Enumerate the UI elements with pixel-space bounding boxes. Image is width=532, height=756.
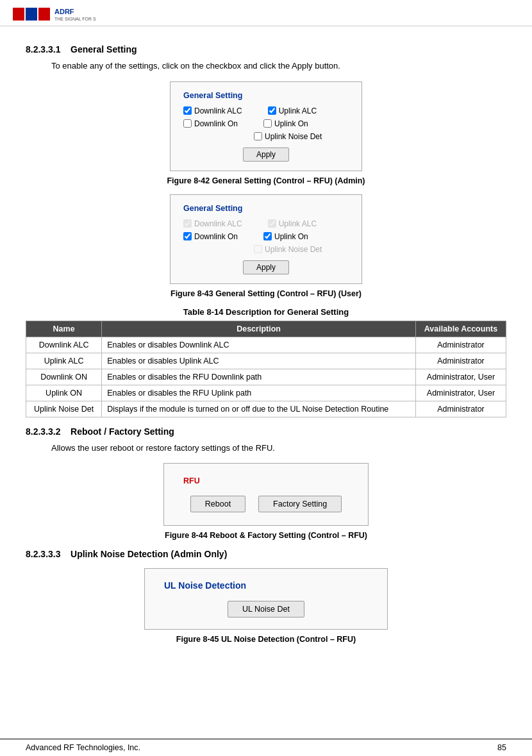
downlink-alc-user-label: Downlink ALC [194, 219, 242, 228]
section-8233-title: Uplink Noise Detection (Admin Only) [71, 549, 227, 559]
uplink-alc-user-checkbox [268, 219, 276, 228]
uplink-noise-det-user: Uplink Noise Det [254, 245, 322, 254]
description-table: Name Description Available Accounts Down… [26, 321, 506, 417]
uplink-alc-admin-label: Uplink ALC [279, 106, 317, 115]
uplink-on-admin-label: Uplink On [274, 119, 308, 128]
svg-rect-1 [26, 8, 37, 21]
adrf-logo: ADRF THE SIGNAL FOR SUCCESS [13, 5, 96, 23]
row3-desc: Enables or disables the RFU Downlink pat… [102, 369, 416, 385]
downlink-on-user-label: Downlink On [194, 232, 238, 241]
downlink-alc-admin-label: Downlink ALC [194, 106, 242, 115]
section-8233-number: 8.2.3.3.3 [26, 549, 61, 559]
rfu-buttons-row: Reboot Factory Setting [183, 496, 349, 512]
downlink-alc-user-checkbox [183, 219, 192, 228]
downlink-on-admin[interactable]: Downlink On [183, 119, 238, 128]
uplink-alc-user-label: Uplink ALC [279, 219, 317, 228]
uplink-alc-user: Uplink ALC [268, 219, 317, 228]
downlink-alc-admin[interactable]: Downlink ALC [183, 106, 242, 115]
ul-noise-det-button[interactable]: UL Noise Det [228, 601, 304, 617]
row3-name: Downlink ON [26, 369, 102, 385]
section-8233-heading: 8.2.3.3.3 Uplink Noise Detection (Admin … [26, 549, 506, 559]
table-row: Uplink Noise Det Displays if the module … [26, 401, 506, 417]
table-row: Downlink ALC Enables or disables Downlin… [26, 337, 506, 353]
section-8231-number: 8.2.3.3.1 [26, 44, 61, 55]
col-desc-header: Description [102, 321, 416, 337]
figure-45-caption: Figure 8-45 UL Noise Detection (Control … [176, 635, 356, 644]
table-row: Uplink ON Enables or disables the RFU Up… [26, 385, 506, 401]
section-8232-heading: 8.2.3.3.2 Reboot / Factory Setting [26, 426, 506, 437]
row2-desc: Enables or disables Uplink ALC [102, 353, 416, 369]
row5-accounts: Administrator [415, 401, 506, 417]
ul-noise-detection-box: UL Noise Detection UL Noise Det [144, 568, 388, 630]
uplink-on-user[interactable]: Uplink On [263, 232, 308, 241]
user-row3: Uplink Noise Det [183, 245, 349, 254]
section-8231-desc: To enable any of the settings, click on … [51, 60, 506, 72]
section-8231-heading: 8.2.3.3.1 General Setting [26, 44, 506, 55]
downlink-on-admin-label: Downlink On [194, 119, 238, 128]
figure-44-container: RFU Reboot Factory Setting Figure 8-44 R… [26, 463, 506, 540]
general-setting-admin-box: General Setting Downlink ALC Uplink ALC … [170, 81, 362, 171]
section-8232-desc: Allows the user reboot or restore factor… [51, 442, 506, 455]
row1-accounts: Administrator [415, 337, 506, 353]
admin-row2: Downlink On Uplink On [183, 119, 349, 128]
uplink-noise-det-admin-label: Uplink Noise Det [265, 132, 322, 141]
downlink-alc-user: Downlink ALC [183, 219, 242, 228]
uplink-on-admin-checkbox[interactable] [263, 119, 272, 128]
figure-45-container: UL Noise Detection UL Noise Det Figure 8… [26, 568, 506, 644]
section-8231-title: General Setting [71, 44, 137, 55]
svg-rect-2 [38, 8, 50, 21]
uplink-noise-det-admin[interactable]: Uplink Noise Det [254, 132, 322, 141]
user-row1: Downlink ALC Uplink ALC [183, 219, 349, 228]
general-setting-user-title: General Setting [183, 204, 349, 213]
rfu-box: RFU Reboot Factory Setting [163, 463, 369, 526]
footer: Advanced RF Technologies, Inc. 85 [0, 739, 532, 756]
downlink-alc-admin-checkbox[interactable] [183, 106, 192, 115]
reboot-button[interactable]: Reboot [190, 496, 245, 512]
figure-42-caption: Figure 8-42 General Setting (Control – R… [167, 176, 365, 185]
table-row: Downlink ON Enables or disables the RFU … [26, 369, 506, 385]
row2-name: Uplink ALC [26, 353, 102, 369]
svg-text:THE SIGNAL FOR SUCCESS: THE SIGNAL FOR SUCCESS [54, 17, 96, 21]
admin-row3: Uplink Noise Det [183, 132, 349, 141]
col-name-header: Name [26, 321, 102, 337]
main-content: 8.2.3.3.1 General Setting To enable any … [0, 26, 532, 672]
user-apply-button[interactable]: Apply [243, 260, 289, 274]
ul-noise-detection-title: UL Noise Detection [164, 580, 368, 591]
uplink-on-user-checkbox[interactable] [263, 232, 272, 240]
figure-43-caption: Figure 8-43 General Setting (Control – R… [170, 289, 362, 298]
row4-desc: Enables or disables the RFU Uplink path [102, 385, 416, 401]
factory-setting-button[interactable]: Factory Setting [258, 496, 342, 512]
svg-rect-0 [13, 8, 24, 21]
table-8-14-caption: Table 8-14 Description for General Setti… [26, 307, 506, 317]
general-setting-user-box: General Setting Downlink ALC Uplink ALC … [170, 194, 362, 284]
uplink-noise-det-admin-checkbox[interactable] [254, 132, 262, 140]
col-accounts-header: Available Accounts [415, 321, 506, 337]
row1-name: Downlink ALC [26, 337, 102, 353]
general-setting-admin-title: General Setting [183, 91, 349, 100]
table-header-row: Name Description Available Accounts [26, 321, 506, 337]
figure-42-container: General Setting Downlink ALC Uplink ALC … [26, 81, 506, 185]
admin-apply-row: Apply [183, 147, 349, 162]
uplink-alc-admin-checkbox[interactable] [268, 106, 276, 115]
footer-page: 85 [497, 743, 506, 752]
uplink-alc-admin[interactable]: Uplink ALC [268, 106, 317, 115]
table-row: Uplink ALC Enables or disables Uplink AL… [26, 353, 506, 369]
downlink-on-user-checkbox[interactable] [183, 232, 192, 240]
uplink-on-user-label: Uplink On [274, 232, 308, 241]
user-row2: Downlink On Uplink On [183, 232, 349, 241]
uplink-noise-det-user-checkbox [254, 245, 262, 253]
section-8232-number: 8.2.3.3.2 [26, 426, 61, 437]
admin-apply-button[interactable]: Apply [243, 147, 289, 162]
user-apply-row: Apply [183, 260, 349, 274]
svg-text:ADRF: ADRF [54, 8, 74, 15]
uplink-noise-det-user-label: Uplink Noise Det [265, 245, 322, 254]
page: ADRF THE SIGNAL FOR SUCCESS 8.2.3.3.1 Ge… [0, 0, 532, 756]
uplink-on-admin[interactable]: Uplink On [263, 119, 308, 128]
admin-row1: Downlink ALC Uplink ALC [183, 106, 349, 115]
downlink-on-admin-checkbox[interactable] [183, 119, 192, 128]
rfu-title: RFU [183, 476, 349, 485]
row4-accounts: Administrator, User [415, 385, 506, 401]
row5-desc: Displays if the module is turned on or o… [102, 401, 416, 417]
downlink-on-user[interactable]: Downlink On [183, 232, 238, 241]
logo-area: ADRF THE SIGNAL FOR SUCCESS [13, 5, 519, 23]
